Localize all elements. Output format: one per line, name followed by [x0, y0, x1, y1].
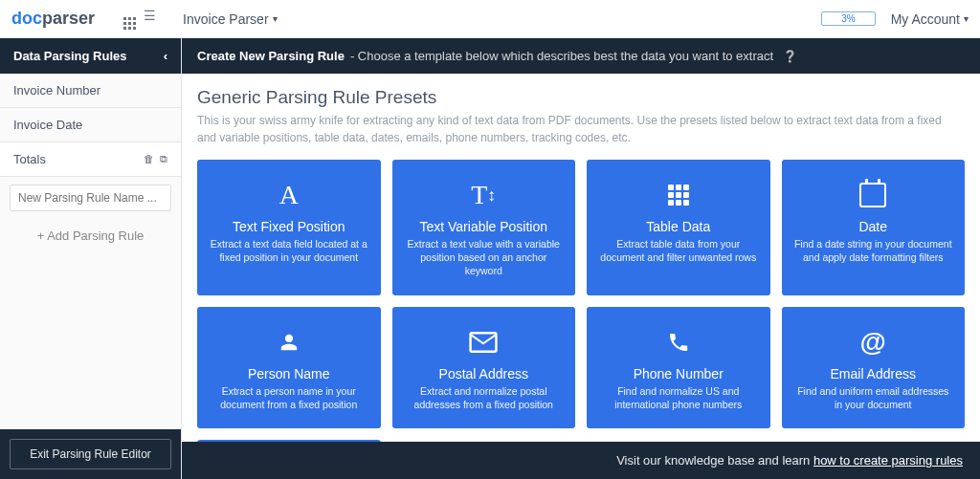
section-desc: This is your swiss army knife for extrac…: [197, 112, 963, 146]
card-desc: Extract table data from your document an…: [598, 237, 759, 264]
preset-person[interactable]: Person Name Extract a person name in you…: [197, 307, 381, 428]
calendar-icon: [859, 179, 886, 211]
preset-text-fixed[interactable]: A Text Fixed Position Extract a text dat…: [197, 160, 381, 295]
sidebar-title: Data Parsing Rules: [13, 49, 127, 63]
card-desc: Extract and normalize postal addresses f…: [404, 384, 565, 411]
sidebar-rule-item-active[interactable]: Totals 🗑 ⧉: [0, 142, 181, 177]
duplicate-icon[interactable]: ⧉: [160, 153, 167, 165]
card-desc: Extract a text data field located at a f…: [209, 237, 369, 264]
card-desc: Find a date string in your document and …: [793, 237, 954, 264]
phone-icon: [667, 326, 690, 359]
card-title: Text Variable Position: [419, 219, 547, 234]
sidebar: Data Parsing Rules ‹ Invoice Number Invo…: [0, 38, 182, 479]
topbar-right: 3% My Account ▾: [821, 11, 969, 27]
envelope-icon: [469, 326, 498, 359]
person-icon: [278, 326, 300, 359]
card-title: Phone Number: [634, 366, 724, 381]
logo[interactable]: docparser: [11, 9, 95, 29]
parser-name: Invoice Parser: [183, 11, 268, 27]
at-sign-icon: @: [860, 326, 886, 359]
sidebar-footer: Exit Parsing Rule Editor: [0, 429, 181, 479]
footer-link[interactable]: how to create parsing rules: [813, 453, 963, 468]
grid-view-icon[interactable]: [123, 8, 136, 30]
sidebar-item-label: Totals: [13, 152, 46, 166]
card-title: Text Fixed Position: [233, 219, 345, 234]
logo-doc-part: doc: [11, 9, 42, 28]
card-desc: Extract a person name in your document f…: [209, 384, 369, 411]
sidebar-rule-item[interactable]: Invoice Date: [0, 108, 181, 142]
sidebar-item-label: Invoice Date: [13, 118, 82, 132]
card-title: Table Data: [646, 219, 710, 234]
new-rule-input[interactable]: [10, 185, 171, 211]
preset-table[interactable]: Table Data Extract table data from your …: [587, 160, 770, 295]
card-title: Date: [858, 219, 887, 234]
help-icon[interactable]: ❔: [783, 50, 797, 63]
list-view-icon[interactable]: ☰: [144, 8, 156, 30]
grid-icon: [668, 179, 689, 211]
card-desc: Find and uniform email addresses in your…: [793, 384, 954, 411]
preset-text-variable[interactable]: T↕ Text Variable Position Extract a text…: [392, 160, 576, 295]
exit-editor-button[interactable]: Exit Parsing Rule Editor: [10, 439, 171, 469]
sidebar-header[interactable]: Data Parsing Rules ‹: [0, 38, 181, 74]
card-title: Email Address: [831, 366, 916, 381]
card-title: Person Name: [248, 366, 330, 381]
preset-postal[interactable]: Postal Address Extract and normalize pos…: [392, 307, 576, 428]
setup-progress-badge[interactable]: 3%: [821, 11, 875, 26]
main: Create New Parsing Rule - Choose a templ…: [182, 38, 980, 479]
preset-phone[interactable]: Phone Number Find and normalize US and i…: [587, 307, 770, 428]
preset-grid: A Text Fixed Position Extract a text dat…: [197, 160, 965, 442]
page-body: Data Parsing Rules ‹ Invoice Number Invo…: [0, 38, 980, 479]
sidebar-item-label: Invoice Number: [13, 83, 100, 98]
caret-down-icon: ▾: [273, 13, 278, 24]
delete-icon[interactable]: 🗑: [144, 153, 154, 165]
section-title: Generic Parsing Rule Presets: [197, 87, 965, 108]
topbar: docparser ☰ Invoice Parser ▾ 3% My Accou…: [0, 0, 980, 38]
footer: Visit our knowledge base and learn how t…: [182, 442, 980, 479]
preset-date[interactable]: Date Find a date string in your document…: [782, 160, 966, 295]
account-label: My Account: [891, 11, 960, 27]
card-desc: Find and normalize US and international …: [598, 384, 759, 411]
logo-parser-part: parser: [42, 9, 95, 28]
new-rule-input-wrap: [0, 177, 181, 219]
parser-dropdown[interactable]: Invoice Parser ▾: [183, 11, 277, 27]
card-title: Postal Address: [439, 366, 528, 381]
card-desc: Extract a text value with a variable pos…: [404, 237, 565, 278]
chevron-left-icon: ‹: [164, 49, 167, 63]
account-dropdown[interactable]: My Account ▾: [891, 11, 969, 27]
subheader-title: Create New Parsing Rule: [197, 49, 345, 63]
caret-down-icon: ▾: [964, 13, 969, 24]
preset-email[interactable]: @ Email Address Find and uniform email a…: [782, 307, 966, 428]
add-rule-button[interactable]: + Add Parsing Rule: [0, 219, 181, 252]
content: Generic Parsing Rule Presets This is you…: [182, 74, 980, 442]
subheader-desc: - Choose a template below which describe…: [350, 49, 773, 63]
view-toggle: ☰: [123, 8, 156, 30]
letter-a-icon: A: [279, 179, 299, 211]
letter-t-arrows-icon: T↕: [471, 179, 496, 211]
footer-text: Visit our knowledge base and learn: [616, 453, 813, 468]
sidebar-rule-item[interactable]: Invoice Number: [0, 74, 181, 108]
subheader: Create New Parsing Rule - Choose a templ…: [182, 38, 980, 74]
